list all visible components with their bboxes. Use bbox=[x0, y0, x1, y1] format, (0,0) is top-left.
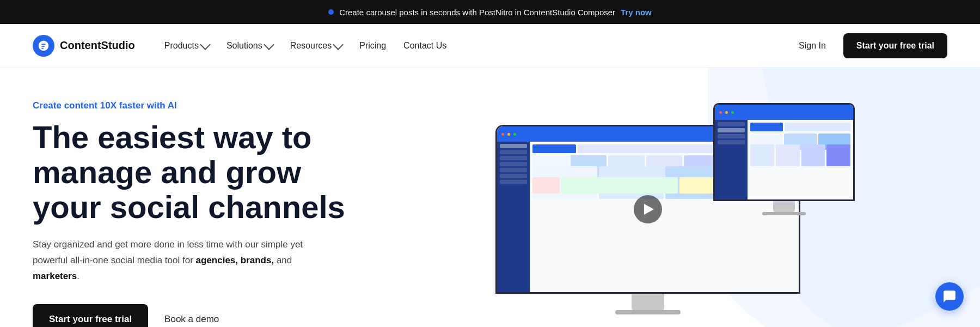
secondary-row-1 bbox=[750, 123, 850, 131]
nav-item-solutions[interactable]: Solutions bbox=[219, 37, 280, 55]
hero-tagline: Create content 10X faster with AI bbox=[33, 100, 370, 111]
dot-green bbox=[513, 133, 516, 136]
s-cell-wide-4 bbox=[826, 144, 850, 166]
navbar-cta-button[interactable]: Start your free trial bbox=[843, 33, 947, 58]
sidebar-item-5 bbox=[500, 168, 527, 172]
secondary-screen bbox=[713, 103, 855, 201]
dot-yellow-2 bbox=[725, 111, 728, 114]
monitor-base bbox=[615, 310, 681, 314]
secondary-sidebar bbox=[715, 120, 748, 199]
sidebar-item-1 bbox=[500, 144, 527, 148]
s-cell-light bbox=[785, 123, 850, 131]
nav-item-resources[interactable]: Resources bbox=[283, 37, 350, 55]
sidebar-item-7 bbox=[500, 180, 527, 184]
cell-blue bbox=[532, 144, 576, 153]
banner-dot bbox=[328, 9, 334, 15]
s-cell-blue bbox=[750, 123, 783, 131]
s-cell-wide-2 bbox=[776, 144, 800, 166]
dot-green-2 bbox=[731, 111, 734, 114]
secondary-row-2 bbox=[750, 134, 850, 142]
sidebar-item-4 bbox=[500, 162, 527, 166]
sidebar-item-2 bbox=[500, 150, 527, 154]
logo[interactable]: ContentStudio bbox=[33, 35, 135, 57]
hero-section: Create content 10X faster with AI The ea… bbox=[0, 68, 980, 327]
dot-red bbox=[501, 133, 504, 136]
navbar: ContentStudio Products Solutions Resourc… bbox=[0, 24, 980, 68]
dash-sidebar bbox=[497, 142, 530, 292]
secondary-sidebar-item-3 bbox=[718, 134, 745, 138]
hero-demo-button[interactable]: Book a demo bbox=[159, 304, 224, 327]
hero-monitor-mockup bbox=[495, 103, 855, 327]
monitor-stand bbox=[632, 294, 664, 310]
hero-right bbox=[403, 103, 947, 327]
secondary-sidebar-item-1 bbox=[718, 122, 745, 126]
sign-in-button[interactable]: Sign In bbox=[790, 37, 835, 55]
sidebar-item-3 bbox=[500, 156, 527, 160]
top-banner: Create carousel posts in seconds with Po… bbox=[0, 0, 980, 24]
nav-right: Sign In Start your free trial bbox=[790, 33, 947, 58]
secondary-dash-body bbox=[715, 120, 853, 199]
nav-links: Products Solutions Resources Pricing Con… bbox=[157, 37, 790, 55]
secondary-stand bbox=[773, 201, 795, 212]
nav-item-pricing[interactable]: Pricing bbox=[352, 37, 394, 55]
sidebar-item-6 bbox=[500, 174, 527, 178]
chevron-down-icon bbox=[333, 39, 344, 50]
secondary-sidebar-item-4 bbox=[718, 140, 745, 144]
cell-red bbox=[532, 177, 560, 193]
s-cell-wide-3 bbox=[801, 144, 825, 166]
hero-title: The easiest way to manage and grow your … bbox=[33, 120, 370, 224]
banner-text: Create carousel posts in seconds with Po… bbox=[339, 8, 615, 17]
dot-red-2 bbox=[719, 111, 722, 114]
secondary-sidebar-item-2 bbox=[718, 128, 745, 132]
chevron-down-icon bbox=[200, 39, 211, 50]
banner-try-now-link[interactable]: Try now bbox=[621, 8, 652, 17]
secondary-dash-header bbox=[715, 105, 853, 120]
secondary-row-3 bbox=[750, 144, 850, 153]
secondary-monitor bbox=[713, 103, 855, 215]
play-icon bbox=[644, 204, 654, 215]
play-button[interactable] bbox=[634, 195, 662, 223]
logo-text: ContentStudio bbox=[60, 39, 135, 52]
secondary-content bbox=[748, 120, 853, 199]
chevron-down-icon bbox=[264, 39, 274, 50]
dot-yellow bbox=[507, 133, 510, 136]
s-cell-wide-1 bbox=[750, 144, 774, 166]
hero-left: Create content 10X faster with AI The ea… bbox=[33, 100, 403, 327]
secondary-base bbox=[762, 212, 806, 215]
hero-buttons: Start your free trial Book a demo bbox=[33, 304, 370, 327]
nav-item-contact[interactable]: Contact Us bbox=[396, 37, 454, 55]
hero-cta-button[interactable]: Start your free trial bbox=[33, 304, 148, 327]
secondary-dashboard bbox=[715, 105, 853, 199]
cell-green bbox=[561, 177, 678, 193]
nav-item-products[interactable]: Products bbox=[157, 37, 217, 55]
hero-description: Stay organized and get more done in less… bbox=[33, 237, 338, 284]
logo-icon bbox=[33, 35, 54, 57]
